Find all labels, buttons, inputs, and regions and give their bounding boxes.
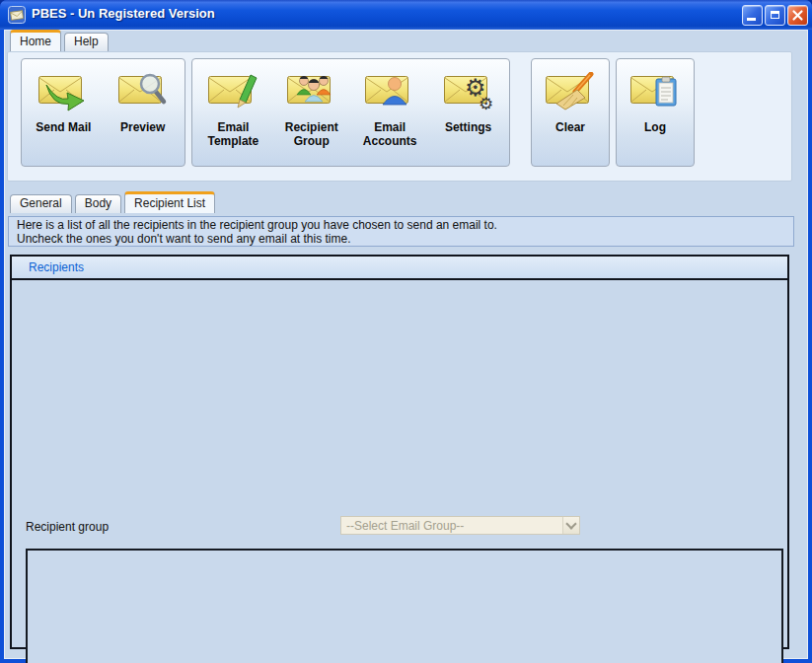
send-mail-button[interactable]: Send Mail	[26, 72, 101, 134]
ribbon-label: Email Accounts	[352, 120, 427, 148]
maximize-icon	[771, 11, 779, 19]
window-controls	[742, 5, 808, 26]
info-box: Here is a list of all the recipients in …	[8, 216, 794, 247]
recipient-group-label: Recipient group	[26, 520, 109, 534]
recipient-group-icon	[286, 72, 337, 111]
minimize-icon	[747, 18, 756, 21]
settings-icon: ⚙ ⚙	[443, 72, 494, 111]
info-line-2: Uncheck the ones you don't want to send …	[17, 232, 785, 246]
email-accounts-button[interactable]: Email Accounts	[352, 72, 427, 148]
email-template-button[interactable]: Email Template	[195, 72, 270, 148]
ribbon-label: Preview	[120, 120, 165, 134]
recipients-groupbox-header: Recipients	[12, 257, 787, 280]
email-group-dropdown[interactable]: --Select Email Group--	[340, 516, 580, 535]
close-icon	[788, 6, 807, 25]
close-button[interactable]	[787, 5, 808, 26]
tab-body[interactable]: Body	[75, 194, 121, 213]
ribbon-group-mail: Send Mail Preview	[21, 58, 185, 167]
content-tab-strip: General Body Recipient List	[10, 190, 218, 213]
log-button[interactable]: Log	[618, 72, 693, 134]
log-icon	[629, 72, 681, 111]
send-mail-icon	[37, 72, 89, 111]
svg-text:⚙: ⚙	[479, 94, 493, 111]
ribbon-label: Log	[644, 120, 666, 134]
settings-button[interactable]: ⚙ ⚙ Settings	[431, 72, 506, 134]
client-area: Home Help Send Mail	[4, 30, 808, 659]
ribbon-label: Email Template	[195, 120, 270, 148]
recipients-groupbox: Recipients Recipient group --Select Emai…	[10, 255, 789, 649]
dropdown-arrow-button[interactable]	[562, 517, 579, 534]
info-line-1: Here is a list of all the recipients in …	[17, 218, 785, 232]
minimize-button[interactable]	[742, 5, 763, 26]
app-window: PBES - Un Registered Version Home Help	[0, 0, 812, 663]
window-title: PBES - Un Registered Version	[32, 6, 215, 21]
main-tab-strip: Home Help	[10, 31, 111, 51]
preview-icon	[117, 72, 169, 111]
ribbon-label: Settings	[445, 120, 491, 134]
chevron-down-icon	[565, 518, 576, 529]
maximize-button[interactable]	[765, 5, 785, 26]
preview-button[interactable]: Preview	[106, 72, 181, 134]
titlebar: PBES - Un Registered Version	[0, 0, 812, 30]
email-accounts-icon	[364, 72, 415, 111]
tab-recipient-list[interactable]: Recipient List	[124, 191, 215, 213]
ribbon-group-clear: Clear	[531, 58, 610, 167]
recipient-list-area[interactable]	[26, 549, 783, 663]
tab-home[interactable]: Home	[10, 30, 61, 51]
clear-icon	[545, 72, 596, 111]
dropdown-selected-value: --Select Email Group--	[341, 519, 562, 533]
tab-general[interactable]: General	[10, 194, 72, 213]
app-envelope-icon	[8, 6, 26, 24]
tab-help[interactable]: Help	[64, 33, 109, 51]
ribbon-label: Send Mail	[36, 120, 91, 134]
ribbon-toolbar: Send Mail Preview	[7, 51, 792, 182]
ribbon-group-setup: Email Template	[191, 58, 510, 167]
ribbon-group-log: Log	[616, 58, 695, 167]
recipient-group-button[interactable]: Recipient Group	[274, 72, 349, 148]
ribbon-label: Recipient Group	[274, 120, 349, 148]
email-template-icon	[207, 72, 258, 111]
recipients-title: Recipients	[29, 260, 84, 274]
ribbon-label: Clear	[555, 120, 585, 134]
clear-button[interactable]: Clear	[533, 72, 608, 134]
